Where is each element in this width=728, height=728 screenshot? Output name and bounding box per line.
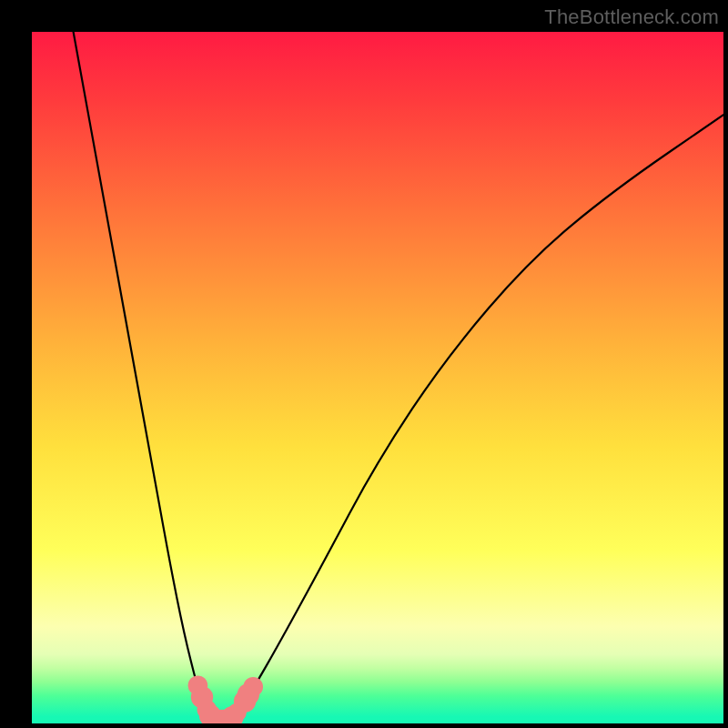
curve-marker <box>243 677 263 697</box>
curve-marker <box>217 710 238 723</box>
plot-area <box>32 32 723 723</box>
curve-marker <box>199 704 221 723</box>
curve-layer <box>32 32 723 723</box>
curve-marker <box>188 675 208 695</box>
curve-marker <box>191 686 213 708</box>
curve-marker <box>228 703 247 722</box>
curve-marker <box>206 710 224 723</box>
curve-markers <box>188 675 263 723</box>
curve-marker <box>212 710 233 723</box>
curve-marker <box>197 700 217 720</box>
chart-frame: TheBottleneck.com <box>0 0 728 728</box>
bottleneck-curve <box>74 32 723 720</box>
curve-marker <box>234 691 256 713</box>
curve-marker <box>221 706 243 723</box>
watermark-text: TheBottleneck.com <box>544 5 719 29</box>
curve-marker <box>238 683 259 705</box>
